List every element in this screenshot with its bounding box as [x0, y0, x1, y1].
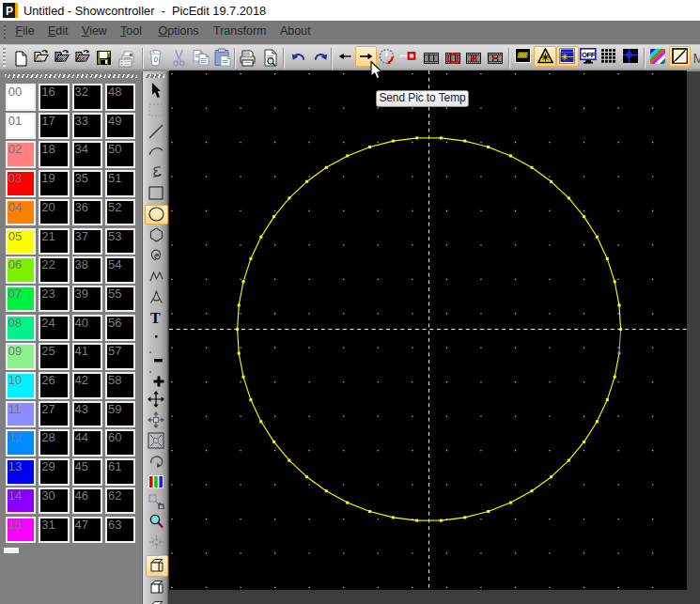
- svg-text:T: T: [150, 311, 161, 324]
- svg-text:OFF: OFF: [582, 51, 596, 59]
